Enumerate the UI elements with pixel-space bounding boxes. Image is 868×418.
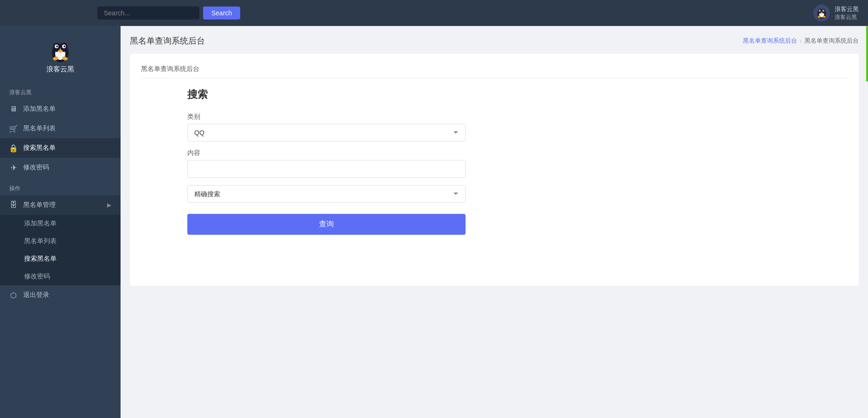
sidebar-item-blacklist-list[interactable]: 🛒 黑名单列表	[0, 119, 121, 138]
sidebar-item-add-label: 添加黑名单	[23, 105, 56, 113]
lock-icon: 🔒	[9, 144, 18, 152]
content-label: 内容	[187, 149, 466, 157]
content-input[interactable]	[187, 160, 466, 178]
sidebar-logo-name: 浪客云黑	[46, 65, 74, 74]
svg-point-7	[823, 10, 824, 11]
sidebar-logo: 浪客云黑	[0, 26, 121, 81]
sidebar-section-caozuo: 操作	[0, 177, 121, 195]
breadcrumb: 黑名单查询系统后台 黑名单查询系统后台 › 黑名单查询系统后台	[130, 35, 859, 46]
submit-button[interactable]: 查询	[187, 214, 466, 235]
breadcrumb-home-link[interactable]: 黑名单查询系统后台	[743, 37, 797, 45]
sidebar-group-header[interactable]: 🗄 黑名单管理 ▶	[0, 195, 121, 215]
sidebar-item-search-label: 搜索黑名单	[23, 144, 56, 152]
chevron-right-icon: ▶	[107, 202, 111, 208]
search-input[interactable]	[97, 6, 199, 19]
main-content: 黑名单查询系统后台 黑名单查询系统后台 › 黑名单查询系统后台 黑名单查询系统后…	[121, 26, 868, 418]
sidebar-item-search-blacklist[interactable]: 🔒 搜索黑名单	[0, 138, 121, 158]
sidebar-subitem-search[interactable]: 搜索黑名单	[0, 250, 121, 268]
navbar-user: 浪客云黑 浪客云黑	[813, 5, 859, 21]
svg-point-6	[820, 10, 821, 11]
monitor-icon: 🖥	[9, 105, 18, 113]
sidebar-item-list-label: 黑名单列表	[23, 124, 56, 133]
category-group: 类别 QQ 微信 手机号 邮箱 其他	[187, 113, 466, 141]
sidebar-subitem-add[interactable]: 添加黑名单	[0, 215, 121, 232]
category-select[interactable]: QQ 微信 手机号 邮箱 其他	[187, 124, 466, 141]
sidebar-group-children: 添加黑名单 黑名单列表 搜索黑名单 修改密码	[0, 215, 121, 285]
scroll-indicator	[866, 26, 868, 82]
svg-point-18	[64, 45, 65, 47]
sidebar-subitem-list[interactable]: 黑名单列表	[0, 232, 121, 250]
svg-point-8	[821, 13, 823, 14]
search-type-group: 精确搜索 模糊搜索	[187, 185, 466, 203]
page-title: 黑名单查询系统后台	[130, 35, 205, 46]
penguin-avatar-icon	[815, 6, 829, 20]
sidebar-item-change-password[interactable]: ✈ 修改密码	[0, 158, 121, 177]
svg-point-17	[56, 45, 58, 47]
content-group: 内容	[187, 149, 466, 178]
svg-point-19	[58, 50, 63, 52]
sidebar-section-langke: 浪客云黑	[0, 81, 121, 99]
breadcrumb-current: 黑名单查询系统后台	[804, 37, 859, 45]
sidebar-item-pwd-label: 修改密码	[23, 163, 49, 172]
sidebar-group-label: 黑名单管理	[23, 201, 56, 209]
sidebar-item-logout[interactable]: ⬡ 退出登录	[0, 285, 121, 305]
card-section-title: 黑名单查询系统后台	[141, 65, 848, 78]
category-label: 类别	[187, 113, 466, 121]
search-type-select[interactable]: 精确搜索 模糊搜索	[187, 185, 466, 203]
database-icon: 🗄	[9, 201, 18, 209]
avatar	[813, 5, 830, 21]
logout-icon: ⬡	[9, 291, 18, 299]
sidebar-group-blacklist-mgmt: 🗄 黑名单管理 ▶ 添加黑名单 黑名单列表 搜索黑名单 修改密码	[0, 195, 121, 285]
send-icon: ✈	[9, 163, 18, 172]
breadcrumb-nav: 黑名单查询系统后台 › 黑名单查询系统后台	[743, 37, 859, 45]
cart-icon: 🛒	[9, 124, 18, 133]
sidebar: 浪客云黑 浪客云黑 🖥 添加黑名单 🛒 黑名单列表 🔒 搜索黑名单 ✈ 修改密码…	[0, 26, 121, 418]
navbar: Search 浪客云黑 浪客云黑	[0, 0, 868, 26]
sidebar-penguin-icon	[46, 37, 74, 65]
sidebar-subitem-pwd[interactable]: 修改密码	[0, 268, 121, 285]
breadcrumb-separator: ›	[800, 38, 802, 45]
form-heading: 搜索	[187, 88, 466, 102]
search-form: 搜索 类别 QQ 微信 手机号 邮箱 其他 内容	[187, 88, 466, 235]
sidebar-item-logout-label: 退出登录	[23, 291, 49, 299]
navbar-search-area: Search	[97, 6, 240, 19]
content-card: 黑名单查询系统后台 搜索 类别 QQ 微信 手机号 邮箱 其他 内容	[130, 54, 859, 286]
navbar-username: 浪客云黑 浪客云黑	[835, 5, 859, 21]
search-button[interactable]: Search	[203, 6, 240, 19]
sidebar-item-add-blacklist[interactable]: 🖥 添加黑名单	[0, 99, 121, 119]
